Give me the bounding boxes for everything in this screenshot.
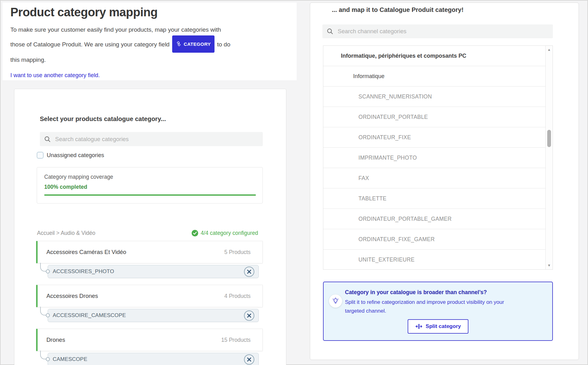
split-category-button[interactable]: Split category — [407, 319, 468, 334]
breadcrumb-row: Accueil > Audio & Vidéo 4/4 category con… — [37, 230, 258, 236]
list-scrollbar: ▲ ▼ — [545, 46, 553, 269]
scroll-thumb[interactable] — [547, 130, 551, 147]
unassigned-checkbox[interactable] — [37, 152, 44, 159]
channel-category-row[interactable]: IMPRIMANTE_PHOTO — [323, 148, 545, 168]
tip-body: Split it to refine categorization and im… — [345, 298, 539, 315]
channel-category-label: SCANNER_NUMERISATION — [358, 93, 432, 100]
remove-mapping-button[interactable] — [244, 267, 254, 277]
breadcrumb: Accueil > Audio & Vidéo — [37, 230, 95, 236]
connector-dot — [46, 357, 50, 361]
channel-category-label: ORDINATEUR_PORTABLE — [358, 114, 428, 120]
coverage-value: 100% completed — [44, 184, 87, 190]
category-name: Accessoires Drones — [46, 293, 98, 299]
configured-badge-label: 4/4 category configured — [201, 230, 258, 236]
catalogue-search-input[interactable] — [55, 135, 258, 143]
catalogue-category-card[interactable]: Drones15 Products — [36, 329, 263, 351]
product-count: 4 Products — [224, 293, 251, 299]
description-line: those of Catalogue Produit. We are using… — [10, 41, 170, 48]
connector-dot — [46, 313, 50, 317]
scroll-up-button[interactable]: ▲ — [546, 48, 553, 51]
channel-search — [322, 24, 553, 38]
close-icon — [247, 357, 252, 362]
channel-category-row[interactable]: Informatique — [323, 66, 545, 87]
mapped-category-label: ACCESSOIRES_PHOTO — [48, 268, 114, 275]
category-name: Drones — [46, 336, 65, 343]
catalogue-search — [40, 132, 263, 146]
description: To make sure your customer easily find y… — [10, 23, 268, 66]
left-header: Product category mapping To make sure yo… — [3, 3, 297, 80]
chain-link-icon — [176, 41, 181, 47]
mapped-category-label: CAMESCOPE — [48, 356, 87, 362]
description-line: To make sure your customer easily find y… — [10, 26, 221, 33]
tip-body-line: targeted channel. — [345, 308, 386, 314]
channel-category-row[interactable]: FAX — [323, 168, 545, 188]
catalogue-category-card[interactable]: Accessoires Drones4 Products — [36, 285, 263, 307]
product-category-mapping-page: Product category mapping To make sure yo… — [0, 0, 588, 365]
badge-label: CATEGORY — [184, 38, 211, 50]
catalogue-group: Accessoires Caméras Et Vidéo5 ProductsAC… — [36, 241, 263, 283]
use-another-field-link[interactable]: I want to use another category field. — [10, 72, 100, 79]
category-field-badge: CATEGORY — [172, 35, 215, 53]
catalogue-group: Accessoires Drones4 ProductsACCESSOIRE_C… — [36, 285, 263, 327]
channel-category-label: ORDINATEUR_FIXE — [358, 134, 411, 141]
close-icon — [247, 269, 252, 274]
channel-category-row[interactable]: SCANNER_NUMERISATION — [323, 87, 545, 107]
channel-category-list: Informatique, périphériques et composant… — [323, 45, 553, 270]
channel-category-label: Informatique — [353, 73, 384, 80]
catalogue-group: Drones15 ProductsCAMESCOPE — [36, 329, 263, 365]
channel-category-row[interactable]: ORDINATEUR_FIXE — [323, 127, 545, 148]
check-icon — [192, 230, 198, 236]
split-tip-box: Category in your catalogue is broader th… — [323, 282, 553, 341]
remove-mapping-button[interactable] — [244, 310, 254, 321]
channel-search-input[interactable] — [337, 28, 548, 35]
channel-category-row[interactable]: ORDINATEUR_PORTABLE_GAMER — [323, 209, 545, 229]
split-category-label: Split category — [426, 323, 461, 330]
catalogue-category-card[interactable]: Accessoires Caméras Et Vidéo5 Products — [36, 241, 263, 263]
channel-category-label: ORDINATEUR_PORTABLE_GAMER — [358, 216, 452, 222]
page-title: Product category mapping — [10, 6, 157, 19]
channel-panel-heading: ... and map it to Catalogue Produit cate… — [332, 6, 464, 13]
mapped-category-label: ACCESSOIRE_CAMESCOPE — [48, 312, 126, 319]
channel-category-row[interactable]: ORDINATEUR_FIXE_GAMER — [323, 229, 545, 250]
category-name: Accessoires Caméras Et Vidéo — [46, 249, 126, 256]
coverage-progress-fill — [44, 194, 256, 196]
channel-category-label: ORDINATEUR_FIXE_GAMER — [358, 236, 435, 243]
catalogue-panel-heading: Select your products catalogue category.… — [40, 115, 166, 123]
channel-category-row[interactable]: Informatique, périphériques et composant… — [323, 46, 545, 66]
channel-category-label: UNITE_EXTERIEURE — [358, 257, 415, 263]
close-icon — [247, 313, 252, 318]
channel-category-row[interactable]: UNITE_EXTERIEURE — [323, 250, 545, 270]
configured-badge: 4/4 category configured — [192, 230, 258, 236]
coverage-progress-track — [44, 194, 256, 196]
mapped-category-chip: ACCESSOIRE_CAMESCOPE — [48, 309, 259, 322]
channel-category-row[interactable]: TABLETTE — [323, 188, 545, 209]
channel-category-rows: Informatique, périphériques et composant… — [323, 46, 545, 269]
tip-body-line: Split it to refine categorization and im… — [345, 299, 504, 305]
product-count: 15 Products — [221, 337, 251, 343]
coverage-card: Category mapping coverage 100% completed — [37, 167, 263, 204]
remove-mapping-button[interactable] — [244, 354, 254, 365]
channel-category-label: TABLETTE — [358, 195, 387, 202]
tip-title: Category in your catalogue is broader th… — [345, 289, 487, 296]
search-icon — [44, 136, 51, 143]
description-line: this mapping. — [10, 56, 46, 63]
unassigned-label: Unassigned categories — [47, 152, 104, 159]
product-count: 5 Products — [224, 249, 251, 256]
channel-category-label: FAX — [358, 175, 369, 182]
coverage-label: Category mapping coverage — [44, 174, 113, 180]
mapped-category-chip: CAMESCOPE — [48, 353, 259, 365]
connector-dot — [46, 269, 50, 273]
scroll-down-button[interactable]: ▼ — [546, 264, 553, 267]
mapped-category-chip: ACCESSOIRES_PHOTO — [48, 265, 259, 278]
channel-category-label: Informatique, périphériques et composant… — [341, 53, 466, 59]
split-icon — [415, 324, 422, 329]
channel-category-label: IMPRIMANTE_PHOTO — [358, 155, 417, 161]
search-icon — [327, 28, 333, 35]
channel-category-row[interactable]: ORDINATEUR_PORTABLE — [323, 107, 545, 127]
lightbulb-icon — [329, 294, 342, 308]
description-line: to do — [217, 41, 230, 48]
